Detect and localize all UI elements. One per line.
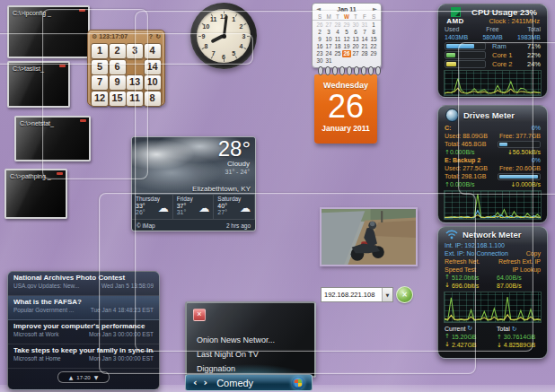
puzzle-tile[interactable]: 10: [144, 74, 162, 91]
refresh-icon[interactable]: ↻: [512, 326, 517, 333]
news-item[interactable]: Improve your computer's performanceMicro…: [8, 320, 159, 344]
gear-icon[interactable]: ⚙: [92, 33, 97, 40]
calendar-cell[interactable]: 22: [369, 43, 378, 50]
calendar-cell[interactable]: 31: [324, 57, 333, 65]
puzzle-tile[interactable]: 6: [109, 59, 127, 75]
calendar-cell[interactable]: 19: [342, 43, 351, 50]
refresh-icon[interactable]: ↻: [467, 325, 472, 333]
calendar-cell[interactable]: 23: [315, 50, 324, 57]
pager-up-icon[interactable]: ▲: [69, 374, 74, 380]
next-track-icon[interactable]: ›: [204, 377, 210, 388]
cmd-gadget-pathping[interactable]: C:\>pathping _: [4, 169, 67, 219]
calendar-cell[interactable]: 13: [351, 36, 360, 43]
calendar-cell[interactable]: 26: [342, 50, 351, 57]
puzzle-tile[interactable]: 15: [109, 91, 127, 107]
media-item[interactable]: Last Night On TV: [197, 347, 275, 362]
calendar-page-gadget[interactable]: Wednesday 26 January 2011: [314, 74, 377, 144]
forecast-day[interactable]: Saturday40°27°☁: [214, 195, 255, 219]
calendar-cell[interactable]: 20: [351, 43, 360, 50]
calendar-cell[interactable]: 29: [369, 50, 378, 57]
calendar-cell[interactable]: 25: [333, 50, 342, 57]
calendar-cell[interactable]: 7: [360, 29, 369, 36]
media-item[interactable]: Onion News Networ...: [197, 333, 275, 347]
calendar-cell[interactable]: 16: [315, 43, 324, 50]
puzzle-tile[interactable]: 4: [144, 43, 162, 59]
calendar-cell[interactable]: 1: [369, 22, 378, 29]
calendar-cell[interactable]: 17: [324, 43, 333, 50]
news-item[interactable]: National Archives Photo ContestUSA.gov U…: [8, 272, 159, 296]
next-month-icon[interactable]: ►: [373, 5, 377, 13]
calendar-cell[interactable]: 27: [324, 22, 333, 29]
cmd-gadget-netstat[interactable]: C:\>netstat_: [14, 116, 91, 161]
media-channel-bar[interactable]: ‹ › Comedy: [185, 374, 313, 391]
calendar-cell[interactable]: 26: [315, 22, 324, 29]
cpu-usage-gadget[interactable]: AMD CPU Usage 23% Clock : 2411MHz UsedFr…: [437, 4, 548, 98]
forecast-day[interactable]: Thursday33°26°☁: [132, 195, 173, 219]
close-icon[interactable]: [79, 9, 85, 12]
close-icon[interactable]: [80, 119, 86, 122]
calendar-cell[interactable]: 2: [315, 29, 324, 36]
cmd-gadget-ipconfig[interactable]: C:\>ipconfig _: [7, 5, 90, 58]
calendar-cell[interactable]: 18: [333, 43, 342, 50]
pager-down-icon[interactable]: ▼: [94, 374, 99, 380]
chevron-down-icon[interactable]: ▼: [382, 288, 392, 301]
news-pager[interactable]: ▲ 17-20 ▼: [57, 371, 110, 383]
calendar-cell[interactable]: 3: [324, 29, 333, 36]
network-meter-gadget[interactable]: Network Meter Int. IP: 192.168.1.100 Ext…: [437, 226, 548, 359]
calendar-cell[interactable]: 14: [360, 36, 369, 43]
calendar-cell[interactable]: 21: [360, 43, 369, 50]
connect-button[interactable]: ×: [396, 286, 413, 303]
calendar-cell[interactable]: 29: [342, 22, 351, 29]
close-icon[interactable]: [57, 172, 63, 175]
puzzle-tile[interactable]: 7: [91, 74, 109, 91]
close-icon[interactable]: [59, 65, 66, 67]
weather-location[interactable]: Elizabethtown, KY: [192, 185, 251, 193]
calendar-cell[interactable]: 15: [369, 36, 378, 43]
windows-orb-icon[interactable]: [292, 377, 304, 389]
calendar-month-gadget[interactable]: ◄ Jan 11 ► SMTWTFS 262728293031123456789…: [312, 3, 382, 68]
cmd-gadget-tasklist[interactable]: C:\>taslist_: [7, 61, 70, 108]
prev-month-icon[interactable]: ◄: [316, 5, 321, 13]
calendar-cell[interactable]: 11: [333, 36, 342, 43]
puzzle-tile[interactable]: 8: [144, 91, 162, 107]
calendar-cell[interactable]: 12: [342, 36, 351, 43]
refresh-ext-ip-link[interactable]: Refresh Ext. IP: [498, 257, 541, 266]
speed-test-link[interactable]: Speed Test: [445, 266, 476, 274]
news-feed-gadget[interactable]: National Archives Photo ContestUSA.gov U…: [7, 271, 160, 390]
puzzle-tile[interactable]: 5: [91, 59, 109, 75]
calendar-cell[interactable]: 5: [342, 29, 351, 36]
drives-meter-gadget[interactable]: Drives Meter C:0%Used: 88.09GBFree: 377.…: [437, 105, 548, 223]
calendar-cell[interactable]: 8: [369, 29, 378, 36]
slide-puzzle-gadget[interactable]: ⚙ 123:17:07 ?↻ 123456147913101215118: [87, 30, 165, 106]
calendar-cell[interactable]: 24: [324, 50, 333, 57]
calendar-cell[interactable]: 6: [351, 29, 360, 36]
calendar-cell[interactable]: 30: [351, 22, 360, 29]
puzzle-tile[interactable]: 11: [126, 91, 144, 107]
calendar-cell[interactable]: 10: [324, 36, 333, 43]
puzzle-tile[interactable]: 1: [91, 43, 109, 59]
calendar-cell[interactable]: 9: [315, 36, 324, 43]
calendar-cell[interactable]: 28: [360, 50, 369, 57]
analog-clock-gadget[interactable]: 121234567891011: [190, 3, 257, 69]
calendar-cell[interactable]: 28: [333, 22, 342, 29]
close-button[interactable]: ×: [193, 309, 206, 321]
media-player-gadget[interactable]: × Onion News Networ...Last Night On TVDi…: [185, 301, 316, 378]
puzzle-tile[interactable]: 13: [126, 74, 144, 91]
puzzle-tile[interactable]: 12: [91, 91, 109, 107]
news-item[interactable]: Take steps to keep your family in sync i…: [8, 344, 159, 369]
photo-gadget-motorcycle[interactable]: [320, 207, 418, 266]
calendar-cell[interactable]: 4: [333, 29, 342, 36]
shuffle-icon[interactable]: ↻: [155, 33, 161, 40]
forecast-day[interactable]: Friday37°31°☁: [173, 195, 215, 219]
weather-source[interactable]: © iMap: [137, 222, 155, 229]
news-item[interactable]: What is the FAFSA?Popular Government ...…: [8, 296, 159, 320]
ip-lookup-link[interactable]: IP Lookup: [513, 266, 541, 274]
weather-gadget[interactable]: 28° Cloudy 31° - 24° Elizabethtown, KY T…: [131, 136, 256, 231]
refresh-net-link[interactable]: Refresh Net.: [445, 257, 480, 266]
puzzle-tile[interactable]: 3: [126, 43, 144, 59]
help-icon[interactable]: ?: [149, 33, 153, 40]
calendar-cell[interactable]: 31: [360, 22, 369, 29]
prev-track-icon[interactable]: ‹: [193, 377, 199, 388]
puzzle-tile[interactable]: 9: [109, 74, 127, 91]
puzzle-tile[interactable]: 2: [109, 43, 127, 59]
